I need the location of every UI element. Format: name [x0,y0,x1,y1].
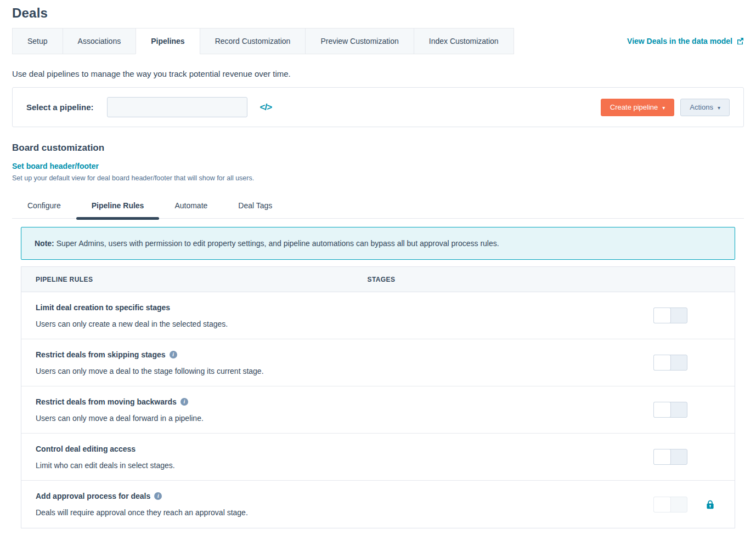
table-row: Restrict deals from moving backwardsi Us… [21,386,735,434]
rule-description: Limit who can edit deals in select stage… [36,461,368,470]
tab-pipelines[interactable]: Pipelines [136,28,200,54]
rule-title: Add approval process for dealsi [36,492,368,500]
info-icon[interactable]: i [180,398,188,406]
pipeline-select-dropdown[interactable] [107,97,247,117]
table-row: Restrict deals from skipping stagesi Use… [21,339,735,386]
pipeline-selector-panel: Select a pipeline: </> Create pipeline ▾… [12,87,744,127]
tab-setup[interactable]: Setup [12,28,63,54]
caret-down-icon: ▾ [662,105,665,111]
rule-title: Restrict deals from skipping stagesi [36,350,368,359]
rule-toggle[interactable] [653,402,687,418]
code-snippet-icon[interactable]: </> [260,102,272,113]
toggle-knob [653,402,671,418]
toggle-knob [653,497,671,512]
create-pipeline-button[interactable]: Create pipeline ▾ [601,99,674,116]
column-header-pipeline-rules: PIPELINE RULES [21,276,368,283]
table-row: Add approval process for dealsi Deals wi… [21,481,735,528]
toggle-knob [653,307,671,323]
rule-title-text: Restrict deals from moving backwards [36,397,177,406]
rule-description: Users can only move a deal forward in a … [36,414,368,423]
rule-toggle-disabled [653,497,687,512]
subtab-deal-tags[interactable]: Deal Tags [223,195,287,218]
toggle-knob [653,449,671,465]
subtab-automate[interactable]: Automate [159,195,223,218]
table-row: Limit deal creation to specific stages U… [21,292,735,339]
external-link-icon [736,37,744,45]
rule-title: Control deal editing access [36,445,368,453]
create-pipeline-label: Create pipeline [610,103,658,111]
set-board-header-footer-link[interactable]: Set board header/footer [12,162,99,170]
rule-title: Limit deal creation to specific stages [36,303,368,312]
page-description: Use deal pipelines to manage the way you… [12,69,744,78]
panel-buttons: Create pipeline ▾ Actions ▾ [601,99,730,116]
lock-icon [706,500,714,509]
tab-record-customization[interactable]: Record Customization [200,28,306,54]
rule-title-text: Restrict deals from skipping stages [36,350,166,359]
rule-description: Users can only move a deal to the stage … [36,367,368,375]
rule-title-text: Limit deal creation to specific stages [36,303,170,312]
actions-label: Actions [690,103,713,111]
note-label: Note: [35,239,54,248]
tab-index-customization[interactable]: Index Customization [414,28,514,54]
note-banner: Note: Super Admins, users with permissio… [21,227,735,260]
rule-title-text: Add approval process for deals [36,492,150,500]
table-header-row: PIPELINE RULES STAGES [21,267,735,292]
tab-preview-customization[interactable]: Preview Customization [305,28,414,54]
main-tabbar: Setup Associations Pipelines Record Cust… [12,28,744,54]
view-data-model-link[interactable]: View Deals in the data model [627,37,744,45]
page-title: Deals [12,0,744,21]
info-icon[interactable]: i [154,492,162,500]
board-description: Set up your default view for deal board … [12,174,744,182]
note-text: Super Admins, users with permission to e… [54,239,499,248]
select-pipeline-label: Select a pipeline: [26,102,94,112]
rule-title-text: Control deal editing access [36,445,136,453]
subtab-pipeline-rules[interactable]: Pipeline Rules [76,195,160,218]
info-icon[interactable]: i [170,351,177,358]
rule-title: Restrict deals from moving backwardsi [36,397,368,406]
actions-button[interactable]: Actions ▾ [680,99,730,116]
subtab-configure[interactable]: Configure [12,195,76,218]
board-customization-heading: Board customization [12,143,744,153]
rule-toggle[interactable] [653,449,687,465]
view-data-model-label: View Deals in the data model [627,37,732,45]
rule-description: Deals will require approval once they re… [36,508,368,517]
rule-description: Users can only create a new deal in the … [36,320,368,328]
pipeline-rules-table: PIPELINE RULES STAGES Limit deal creatio… [21,266,735,528]
column-header-stages: STAGES [368,276,654,283]
rule-toggle[interactable] [653,307,687,323]
tab-associations[interactable]: Associations [63,28,137,54]
sub-tabbar: Configure Pipeline Rules Automate Deal T… [12,195,744,219]
table-row: Control deal editing access Limit who ca… [21,434,735,481]
caret-down-icon: ▾ [718,105,720,111]
toggle-knob [653,355,671,371]
rule-toggle[interactable] [653,355,687,371]
